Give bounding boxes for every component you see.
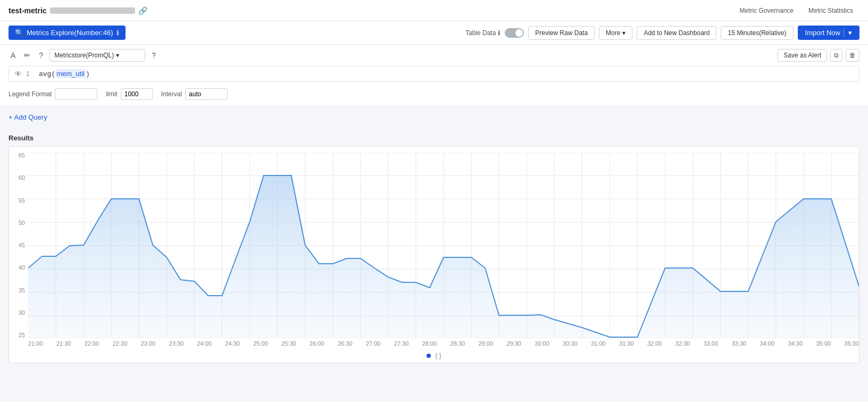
metrics-explore-button[interactable]: 🔍 Metrics Explore(Number:46) ℹ [9,26,126,40]
delete-query-button[interactable]: 🗑 [846,49,859,62]
help-icon-button[interactable]: ? [37,50,45,61]
limit-input[interactable] [121,88,153,100]
save-as-alert-button[interactable]: Save as Alert [778,49,827,62]
table-data-toggle[interactable] [505,28,524,38]
search-icon: 🔍 [15,29,23,37]
datasource-select[interactable]: Metricstore(PromQL) ▾ [49,49,145,62]
chevron-down-icon: ▾ [622,29,625,37]
title-blurred [50,7,135,14]
legend-format-option: Legend Format [9,88,97,100]
toolbar: 🔍 Metrics Explore(Number:46) ℹ Table Dat… [0,21,868,45]
edit-icon-button[interactable]: ✏ [22,50,32,61]
datasource-help-icon[interactable]: ? [149,50,158,61]
import-now-button[interactable]: Import Now ▾ [798,26,859,40]
x-axis: 21:00 21:30 22:00 22:30 23:00 23:30 24:0… [9,338,859,349]
query-code[interactable]: avg(mem_util) [39,70,90,78]
chevron-down-icon: ▾ [116,52,119,59]
legend-format-input[interactable] [55,88,97,100]
table-data-info-icon: ℹ [498,29,500,37]
chart-inner: 65 60 55 50 45 40 35 30 25 [9,152,859,338]
page-title: test-metric 🔗 [9,6,147,15]
link-icon: 🔗 [138,6,147,15]
table-data-label: Table Data ℹ [465,29,500,37]
toolbar-right: Table Data ℹ Preview Raw Data More ▾ Add… [465,26,859,40]
import-chevron-icon[interactable]: ▾ [844,29,852,37]
query-toolbar-row: A ✏ ? Metricstore(PromQL) ▾ ? Save as Al… [9,49,859,62]
query-highlight: mem_util [55,69,86,78]
copy-query-button[interactable]: ⧉ [830,49,842,62]
title-text: test-metric [9,6,47,15]
nav-tabs: Metric Governance Metric Statistics [733,5,859,16]
chart-svg [28,152,859,338]
add-to-dashboard-button[interactable]: Add to New Dashboard [637,26,716,40]
info-icon: ℹ [116,29,119,37]
chart-plot [28,152,859,338]
time-relative-button[interactable]: 15 Minutes(Relative) [721,26,793,40]
add-query-button[interactable]: + Add Query [9,110,47,124]
visibility-toggle[interactable]: 👁 [14,70,22,78]
y-axis: 65 60 55 50 45 40 35 30 25 [9,152,28,338]
page-indicator: { } [435,352,441,359]
query-line-number: 1 [26,70,35,78]
query-area: A ✏ ? Metricstore(PromQL) ▾ ? Save as Al… [0,45,868,107]
tab-metric-statistics[interactable]: Metric Statistics [802,5,859,16]
top-nav: test-metric 🔗 Metric Governance Metric S… [0,0,868,21]
more-button[interactable]: More ▾ [599,26,632,40]
interval-input[interactable] [185,88,228,100]
tab-metric-governance[interactable]: Metric Governance [733,5,800,16]
chart-container: 65 60 55 50 45 40 35 30 25 [9,146,859,363]
metrics-explore-label: Metrics Explore(Number:46) [27,29,113,37]
query-expression-row: 👁 1 avg(mem_util) [9,66,859,82]
interval-option: Interval [161,88,228,100]
query-options-row: Legend Format limit Interval [9,86,859,102]
limit-option: limit [106,88,152,100]
chart-pagination: { } [9,349,859,363]
nav-left: test-metric 🔗 [9,6,147,15]
toolbar-left: 🔍 Metrics Explore(Number:46) ℹ [9,26,126,40]
results-title: Results [9,134,859,142]
query-actions: Save as Alert ⧉ 🗑 [778,49,859,62]
preview-raw-button[interactable]: Preview Raw Data [528,26,595,40]
results-area: Results 65 60 55 50 45 40 35 30 25 [0,128,868,363]
page-dot-active[interactable] [427,354,431,358]
text-mode-button[interactable]: A [9,50,18,61]
